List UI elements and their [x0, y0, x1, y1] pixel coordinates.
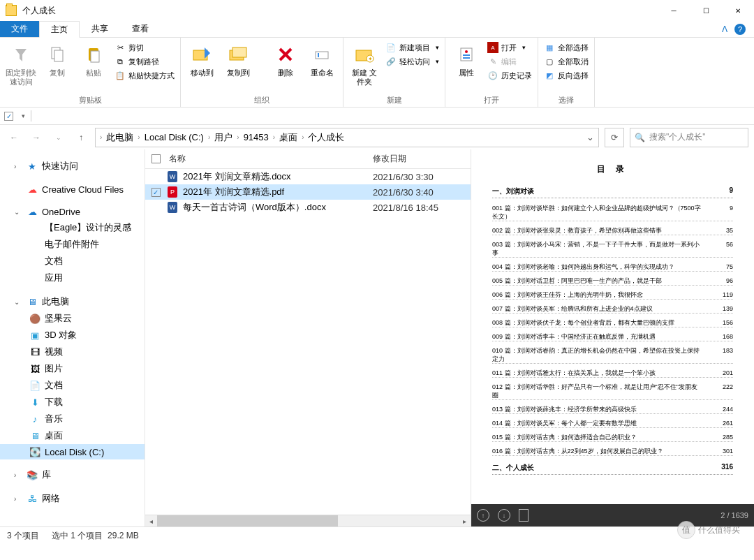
new-item-button[interactable]: 📄新建项目▾ — [384, 40, 441, 54]
scroll-left-button[interactable]: ◂ — [145, 515, 157, 527]
select-all-button[interactable]: ▦全部选择 — [542, 40, 590, 54]
file-tab[interactable]: 文件 — [0, 21, 39, 37]
horizontal-scrollbar[interactable]: ◂ ▸ — [145, 515, 471, 526]
new-folder-icon: ✦ — [353, 43, 376, 66]
move-to-button[interactable]: 移动到 — [185, 40, 219, 80]
copy-to-button[interactable]: 复制到 — [221, 40, 255, 80]
nav-od-docs[interactable]: 文档 — [0, 253, 145, 270]
search-input[interactable]: 🔍 搜索"个人成长" — [630, 128, 748, 147]
properties-button[interactable]: 属性 — [450, 40, 483, 80]
scroll-right-button[interactable]: ▸ — [459, 515, 471, 527]
file-row[interactable]: W 每天一首古诗词（Word版本）.docx 2021/8/16 18:45 — [145, 200, 471, 215]
breadcrumb[interactable]: 91453 — [241, 132, 272, 142]
help-button[interactable]: ? — [734, 24, 746, 35]
tab-share[interactable]: 共享 — [80, 21, 120, 37]
nav-onedrive[interactable]: ⌄☁OneDrive — [0, 204, 145, 219]
copy-button[interactable]: 复制 — [40, 40, 74, 80]
svg-rect-7 — [316, 52, 328, 59]
tab-home[interactable]: 主页 — [39, 21, 80, 38]
preview-pane: 目 录 一、刘润对谈9 001 篇：刘润对谈毕胜：如何建立个人和企业品牌的超级护… — [471, 149, 754, 526]
nav-lib[interactable]: ›📚库 — [0, 466, 145, 483]
new-item-icon: 📄 — [385, 42, 397, 53]
qat-checkbox[interactable]: ✓ — [4, 112, 13, 121]
toc-entry: 004 篇：刘润对谈老喻：如何跨越出身和运气，科学的实现成功？75 — [492, 263, 733, 272]
preview-content[interactable]: 目 录 一、刘润对谈9 001 篇：刘润对谈毕胜：如何建立个人和企业品牌的超级护… — [471, 149, 754, 504]
toc-entry: 005 篇：刘润对话卫哲：阿里巴巴唯一生产的产品，就是干部96 — [492, 277, 733, 286]
minimize-button[interactable]: ─ — [658, 0, 690, 21]
breadcrumb[interactable]: 个人成长 — [305, 131, 347, 144]
address-bar[interactable]: › 此电脑› Local Disk (C:)› 用户› 91453› 桌面› 个… — [95, 128, 599, 147]
toc-entry: 008 篇：刘润对谈伏子龙：每个创业者背后，都有大量巴顿的支撑156 — [492, 318, 733, 327]
nav-dl[interactable]: ⬇下载 — [0, 394, 145, 411]
select-none-button[interactable]: ▢全部取消 — [542, 54, 590, 68]
nav-cdisk[interactable]: 💽Local Disk (C:) — [0, 444, 145, 459]
breadcrumb[interactable]: 此电脑 — [103, 131, 136, 144]
nav-doc[interactable]: 📄文档 — [0, 377, 145, 394]
collapse-ribbon-button[interactable]: ᐱ — [722, 24, 727, 34]
toc-entry: 011 篇：刘润对话雅太行：在搞关系上，我就是一个笨小孩201 — [492, 369, 733, 378]
svg-rect-3 — [91, 51, 99, 62]
column-name[interactable]: 名称 — [166, 153, 373, 165]
window-controls: ─ ☐ ✕ — [658, 0, 754, 21]
edit-button: ✎编辑 — [486, 54, 533, 68]
breadcrumb[interactable]: 桌面 — [276, 131, 300, 144]
toc-entry: 006 篇：刘润对谈王佳芬：上海的光明牛奶，我很怀念119 — [492, 290, 733, 300]
nav-desktop[interactable]: 🖥桌面 — [0, 427, 145, 444]
easy-access-button[interactable]: 🔗轻松访问▾ — [384, 54, 441, 68]
open-button[interactable]: A打开▾ — [486, 40, 533, 54]
toc-entry: 015 篇：刘润对话古典：如何选择适合自己的职业？285 — [492, 433, 733, 442]
close-button[interactable]: ✕ — [722, 0, 754, 21]
edit-icon: ✎ — [487, 56, 498, 67]
history-button[interactable]: 🕑历史记录 — [486, 68, 533, 82]
nav-music[interactable]: ♪音乐 — [0, 411, 145, 427]
nav-ccf[interactable]: ☁Creative Cloud Files — [0, 182, 145, 197]
up-button[interactable]: ↑ — [73, 129, 89, 146]
delete-button[interactable]: 删除 — [269, 40, 302, 80]
nav-od-email[interactable]: 电子邮件附件 — [0, 236, 145, 253]
toc-entry: 009 篇：刘润对话李丰：中国经济正在触底反弹，充满机遇168 — [492, 332, 733, 341]
pin-quickaccess-button[interactable]: 固定到快 速访问 — [4, 40, 38, 89]
nav-net[interactable]: ›🖧网络 — [0, 490, 145, 507]
nav-quick-access[interactable]: ›★快速访问 — [0, 158, 145, 175]
copy-icon — [46, 43, 68, 66]
prev-page-button[interactable]: ↑ — [477, 509, 489, 522]
disk-icon: 💽 — [29, 446, 40, 457]
breadcrumb[interactable]: 用户 — [212, 131, 235, 144]
breadcrumb[interactable]: Local Disk (C:) — [142, 132, 207, 142]
address-dropdown-button[interactable]: ⌄ — [582, 129, 598, 146]
select-all-checkbox[interactable] — [151, 154, 161, 163]
file-row[interactable]: W 2021年 刘润文章精选.docx 2021/6/30 3:30 — [145, 169, 471, 184]
folder-icon — [31, 223, 40, 233]
cloud-icon: ☁ — [27, 184, 38, 195]
page-icon[interactable] — [519, 509, 528, 522]
next-page-button[interactable]: ↓ — [498, 509, 510, 522]
nav-this-pc[interactable]: ⌄🖥此电脑 — [0, 293, 145, 310]
nav-od-apps[interactable]: 应用 — [0, 270, 145, 286]
paste-button[interactable]: 粘贴 — [77, 40, 110, 80]
pc-icon: 🖥 — [27, 296, 38, 307]
toc-section: 二、个人成长316 — [492, 463, 733, 475]
nav-pic[interactable]: 🖼图片 — [0, 360, 145, 377]
new-folder-button[interactable]: ✦ 新建 文件夹 — [348, 40, 381, 89]
nav-od-eagle[interactable]: 【Eagle】设计的灵感 — [0, 219, 145, 236]
navigation-pane[interactable]: ›★快速访问 ☁Creative Cloud Files ⌄☁OneDrive … — [0, 149, 145, 526]
tab-view[interactable]: 查看 — [120, 21, 161, 37]
nav-3d[interactable]: ▣3D 对象 — [0, 327, 145, 344]
column-date[interactable]: 修改日期 — [373, 153, 471, 165]
file-row[interactable]: ✓ P 2021年 刘润文章精选.pdf 2021/6/30 3:40 — [145, 184, 471, 200]
copy-path-button[interactable]: ⧉复制路径 — [113, 54, 176, 68]
recent-locations-button[interactable]: ⌄ — [50, 129, 67, 146]
nav-jgy[interactable]: 🟤坚果云 — [0, 310, 145, 327]
rename-button[interactable]: 重命名 — [305, 40, 339, 80]
paste-shortcut-button[interactable]: 📋粘贴快捷方式 — [113, 68, 176, 82]
refresh-button[interactable]: ⟳ — [605, 128, 624, 147]
cut-button[interactable]: ✂剪切 — [113, 40, 176, 54]
nav-video[interactable]: 🎞视频 — [0, 344, 145, 360]
scroll-thumb[interactable] — [157, 515, 338, 527]
maximize-button[interactable]: ☐ — [690, 0, 722, 21]
invert-selection-button[interactable]: ◩反向选择 — [542, 68, 590, 82]
row-checkbox[interactable]: ✓ — [151, 188, 161, 197]
pdf-icon: P — [166, 186, 179, 198]
back-button[interactable]: ← — [6, 129, 22, 146]
window-title: 个人成长 — [22, 5, 56, 17]
